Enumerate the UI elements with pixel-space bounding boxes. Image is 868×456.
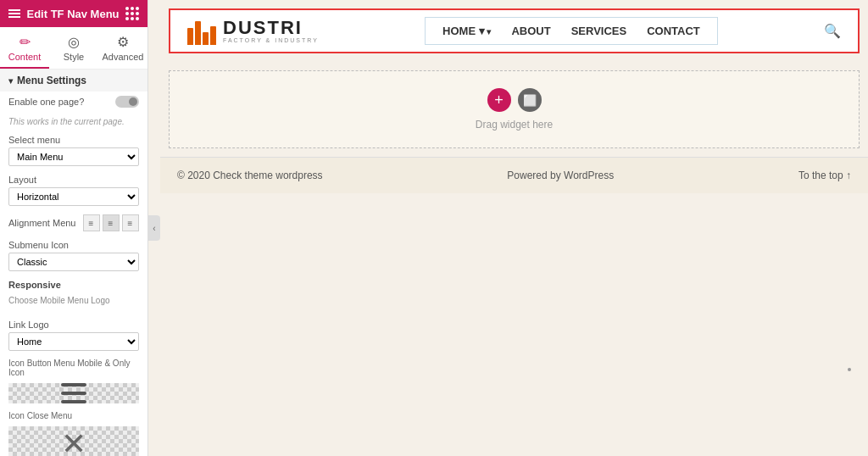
nav-item-about[interactable]: ABOUT bbox=[511, 25, 550, 37]
navbar-area: DUSTRI FACTORY & INDUSTRY HOME ▾ ABOUT S… bbox=[169, 8, 860, 53]
nav-links: HOME ▾ ABOUT SERVICES CONTACT bbox=[425, 17, 718, 45]
main-content: DUSTRI FACTORY & INDUSTRY HOME ▾ ABOUT S… bbox=[160, 0, 868, 456]
tab-style[interactable]: ◎ Style bbox=[49, 27, 98, 69]
layout-label: Layout bbox=[8, 175, 139, 185]
align-right-button[interactable]: ≡ bbox=[122, 214, 139, 231]
hamburger-menu-icon[interactable] bbox=[8, 9, 20, 18]
section-menu-settings: Menu Settings bbox=[0, 70, 147, 92]
alignment-row: Alignment Menu ≡ ≡ ≡ bbox=[0, 210, 147, 236]
bar4 bbox=[210, 26, 216, 45]
submenu-icon-row: Submenu Icon Classic bbox=[0, 236, 147, 275]
alignment-label: Alignment Menu bbox=[8, 218, 76, 228]
responsive-label: Responsive bbox=[0, 275, 147, 294]
link-logo-dropdown[interactable]: Home bbox=[8, 332, 139, 351]
nav-item-home[interactable]: HOME ▾ bbox=[442, 25, 491, 37]
style-tab-icon: ◎ bbox=[68, 34, 80, 50]
panel-tabs: ✏ Content ◎ Style ⚙ Advanced bbox=[0, 27, 147, 70]
logo-text-area: DUSTRI FACTORY & INDUSTRY bbox=[223, 19, 319, 43]
align-left-button[interactable]: ≡ bbox=[83, 214, 100, 231]
select-menu-dropdown[interactable]: Main Menu bbox=[8, 147, 139, 166]
drag-widget-text: Drag widget here bbox=[476, 119, 553, 131]
enable-one-page-row: Enable one page? bbox=[0, 92, 147, 112]
logo-area: DUSTRI FACTORY & INDUSTRY bbox=[187, 18, 319, 45]
footer-copyright: © 2020 Check theme wordpress bbox=[177, 170, 323, 181]
hamburger-icon-box bbox=[8, 383, 139, 403]
icon-close-label: Icon Close Menu bbox=[0, 408, 147, 422]
enable-one-page-hint: This works in the current page. bbox=[8, 117, 125, 126]
tab-style-label: Style bbox=[64, 52, 84, 62]
layout-row: Layout Horizontal bbox=[0, 170, 147, 210]
icon-button-label: Icon Button Menu Mobile & Only Icon bbox=[0, 355, 147, 379]
bar2 bbox=[195, 21, 201, 45]
select-menu-row: Select menu Main Menu bbox=[0, 131, 147, 170]
submenu-icon-label: Submenu Icon bbox=[8, 240, 139, 250]
grid-icon[interactable] bbox=[125, 7, 139, 20]
tab-advanced[interactable]: ⚙ Advanced bbox=[98, 27, 147, 69]
hamburger-icon bbox=[61, 383, 86, 403]
search-icon[interactable]: 🔍 bbox=[824, 23, 841, 39]
content-tab-icon: ✏ bbox=[19, 34, 31, 50]
link-logo-row: Link Logo Home bbox=[0, 315, 147, 355]
bar3 bbox=[203, 32, 209, 45]
tab-content-label: Content bbox=[8, 52, 42, 62]
tab-advanced-label: Advanced bbox=[103, 52, 144, 62]
nav-item-services[interactable]: SERVICES bbox=[571, 25, 627, 37]
link-logo-label: Link Logo bbox=[8, 320, 139, 330]
logo-sub-text: FACTORY & INDUSTRY bbox=[223, 37, 319, 43]
logo-main-text: DUSTRI bbox=[223, 19, 319, 37]
nav-item-contact[interactable]: CONTACT bbox=[647, 25, 700, 37]
submenu-icon-dropdown[interactable]: Classic bbox=[8, 253, 139, 271]
dot-decoration bbox=[848, 368, 851, 371]
tab-content[interactable]: ✏ Content bbox=[0, 27, 49, 69]
widget-area: + ⬜ Drag widget here bbox=[169, 70, 860, 148]
panel-title: Edit TF Nav Menu bbox=[26, 8, 119, 20]
bar1 bbox=[187, 28, 193, 45]
collapse-panel-handle[interactable]: ‹ bbox=[148, 215, 160, 241]
enable-one-page-toggle[interactable] bbox=[115, 96, 139, 108]
widget-buttons: + ⬜ bbox=[487, 88, 542, 112]
alignment-buttons: ≡ ≡ ≡ bbox=[83, 214, 139, 231]
copy-widget-button[interactable]: ⬜ bbox=[518, 88, 542, 112]
footer-powered: Powered by WordPress bbox=[507, 170, 614, 181]
advanced-tab-icon: ⚙ bbox=[117, 34, 129, 50]
footer-to-top[interactable]: To the top ↑ bbox=[798, 170, 851, 181]
close-icon: ✕ bbox=[61, 426, 86, 456]
enable-one-page-label: Enable one page? bbox=[8, 97, 84, 107]
close-icon-box: ✕ bbox=[8, 426, 139, 456]
left-panel: Edit TF Nav Menu ✏ Content ◎ Style ⚙ Adv… bbox=[0, 0, 148, 456]
enable-one-page-hint-row: This works in the current page. bbox=[0, 112, 147, 131]
panel-header: Edit TF Nav Menu bbox=[0, 0, 147, 27]
logo-icon bbox=[187, 18, 216, 45]
footer-area: © 2020 Check theme wordpress Powered by … bbox=[160, 157, 868, 193]
layout-dropdown[interactable]: Horizontal bbox=[8, 187, 139, 206]
add-widget-button[interactable]: + bbox=[487, 88, 511, 112]
select-menu-label: Select menu bbox=[8, 135, 139, 145]
align-center-button[interactable]: ≡ bbox=[103, 214, 120, 231]
bottom-empty-area bbox=[160, 193, 868, 456]
choose-mobile-logo-label: Choose Mobile Menu Logo bbox=[0, 294, 147, 307]
